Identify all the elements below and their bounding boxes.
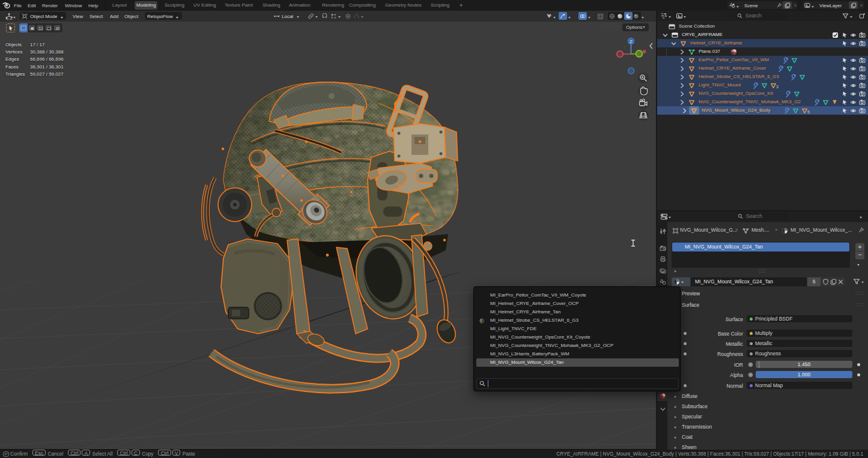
svg-text:Z: Z [630,39,633,44]
svg-text:Y: Y [624,45,627,49]
